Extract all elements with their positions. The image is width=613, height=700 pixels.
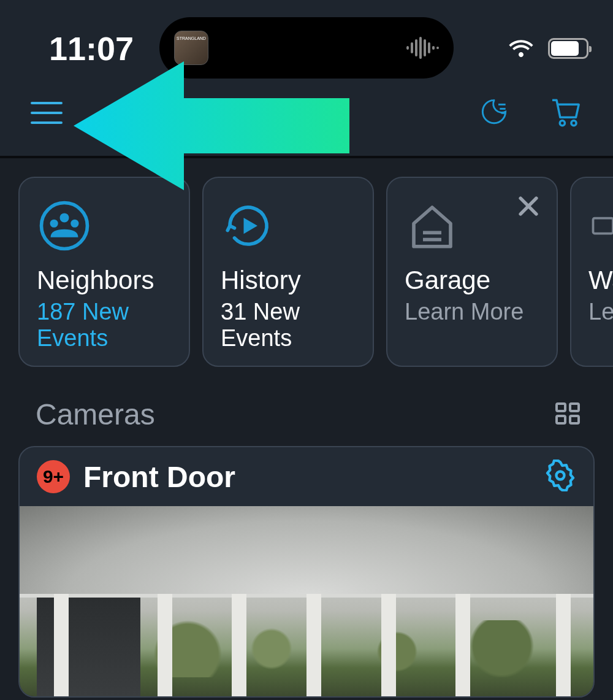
cameras-section-header: Cameras bbox=[0, 367, 613, 446]
garage-card[interactable]: Garage Learn More bbox=[386, 177, 558, 367]
neighbors-card[interactable]: Neighbors 187 New Events bbox=[18, 177, 190, 367]
card-title: Wa bbox=[588, 266, 613, 295]
audio-waveform-icon bbox=[406, 37, 439, 59]
gear-icon[interactable] bbox=[544, 460, 576, 494]
card-title: History bbox=[221, 266, 356, 295]
svg-rect-15 bbox=[593, 218, 614, 234]
menu-button[interactable] bbox=[31, 102, 63, 124]
svg-point-3 bbox=[560, 121, 565, 126]
svg-rect-18 bbox=[557, 416, 565, 423]
next-card-peek[interactable]: Wa Lea bbox=[570, 177, 613, 367]
card-subtitle: Lea bbox=[588, 299, 613, 325]
svg-point-6 bbox=[42, 203, 88, 249]
card-subtitle: Learn More bbox=[405, 299, 539, 325]
card-subtitle: 187 New Events bbox=[37, 299, 172, 352]
wifi-icon bbox=[506, 33, 536, 64]
camera-card-header: 9+ Front Door bbox=[20, 447, 593, 506]
battery-icon bbox=[548, 38, 588, 59]
close-icon[interactable] bbox=[515, 193, 542, 222]
svg-rect-16 bbox=[557, 404, 565, 411]
section-title: Cameras bbox=[36, 398, 155, 431]
neighbors-icon bbox=[37, 195, 172, 256]
camera-icon bbox=[588, 195, 613, 256]
svg-point-7 bbox=[60, 213, 69, 222]
svg-point-8 bbox=[50, 220, 58, 228]
night-mode-icon[interactable] bbox=[477, 94, 511, 131]
svg-marker-5 bbox=[74, 61, 349, 190]
svg-point-20 bbox=[557, 472, 565, 480]
card-subtitle: 31 New Events bbox=[221, 299, 356, 352]
svg-marker-10 bbox=[244, 218, 258, 234]
svg-point-4 bbox=[571, 121, 576, 126]
status-icons bbox=[506, 33, 588, 64]
pointer-arrow-overlay bbox=[74, 55, 349, 199]
camera-name: Front Door bbox=[83, 460, 531, 494]
svg-rect-19 bbox=[570, 416, 579, 423]
history-icon bbox=[221, 195, 356, 256]
cart-icon[interactable] bbox=[548, 94, 582, 131]
card-title: Neighbors bbox=[37, 266, 172, 295]
history-card[interactable]: History 31 New Events bbox=[202, 177, 374, 367]
grid-view-toggle[interactable] bbox=[553, 399, 582, 431]
svg-point-9 bbox=[70, 220, 78, 228]
camera-feed-preview[interactable] bbox=[20, 506, 593, 696]
camera-card-front-door[interactable]: 9+ Front Door bbox=[18, 446, 595, 698]
event-count-badge: 9+ bbox=[37, 460, 70, 493]
card-title: Garage bbox=[405, 266, 539, 295]
svg-rect-17 bbox=[570, 404, 579, 411]
